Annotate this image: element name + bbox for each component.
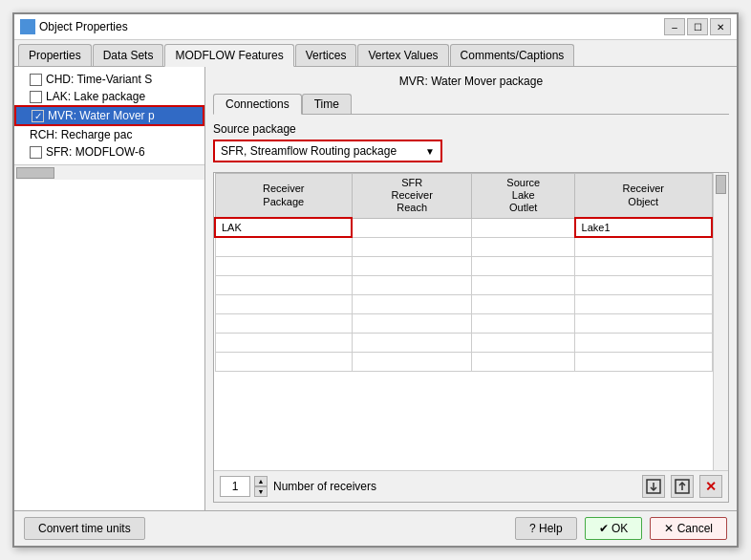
scrollbar-thumb [16,167,54,179]
num-receivers-input[interactable] [220,476,250,497]
cell-receiver-object[interactable]: Lake1 [575,218,712,237]
inner-tab-time[interactable]: Time [302,94,352,114]
delete-row-button[interactable]: ✕ [699,475,722,498]
panel-title: MVR: Water Mover package [213,75,729,88]
sfr-checkbox[interactable] [30,146,42,159]
receivers-label: Number of receivers [273,480,636,493]
cell-receiver-package[interactable]: LAK [215,218,352,237]
left-panel: CHD: Time-Variant S LAK: Lake package MV… [14,67,205,164]
empty-row-5 [215,313,712,333]
connections-table: ReceiverPackage SFRReceiverReach SourceL… [213,172,729,503]
cancel-label: ✕ Cancel [664,522,713,535]
table-bottom-controls: ▲ ▼ Number of receivers [214,470,728,502]
help-label: ? Help [529,522,563,535]
spinner-up-button[interactable]: ▲ [254,476,268,486]
tab-vertices[interactable]: Vertices [295,44,357,66]
title-bar: Object Properties – ☐ ✕ [14,14,737,40]
ok-label: ✔ OK [599,522,629,535]
empty-row-4 [215,294,712,313]
scrollbar-thumb-v [716,175,726,194]
mvr-label: MVR: Water Mover p [48,109,155,122]
lak-checkbox[interactable] [30,91,42,103]
main-window: Object Properties – ☐ ✕ Properties Data … [12,12,739,548]
left-panel-wrapper: CHD: Time-Variant S LAK: Lake package MV… [14,67,205,510]
col-sfr-receiver-reach: SFRReceiverReach [352,174,472,219]
bottom-bar: Convert time units ? Help ✔ OK ✕ Cancel [14,510,737,546]
import-rows-button[interactable] [642,475,665,498]
empty-row-7 [215,352,712,371]
dropdown-value: SFR, Streamflow Routing package [221,144,397,158]
inner-tab-bar: Connections Time [213,94,729,115]
sfr-label: SFR: MODFLOW-6 [46,145,145,159]
cancel-button[interactable]: ✕ Cancel [650,517,727,540]
chd-checkbox[interactable] [30,74,42,86]
mvr-checkbox[interactable] [32,110,44,122]
window-controls: – ☐ ✕ [664,18,731,35]
tab-properties[interactable]: Properties [18,44,92,66]
table-scroll-area[interactable]: ReceiverPackage SFRReceiverReach SourceL… [214,173,713,470]
empty-row-2 [215,256,712,275]
import-icon [646,479,661,494]
convert-time-units-button[interactable]: Convert time units [24,517,145,540]
spinner-down-button[interactable]: ▼ [254,486,268,497]
tab-vertex-values[interactable]: Vertex Values [357,44,448,66]
help-button[interactable]: ? Help [515,517,577,540]
empty-row-1 [215,237,712,256]
window-icon [20,19,35,34]
empty-row-6 [215,333,712,352]
col-receiver-object: ReceiverObject [575,174,712,219]
tab-comments-captions[interactable]: Comments/Captions [450,44,575,66]
cell-sfr-receiver-reach[interactable] [352,218,472,237]
tree-item-lak[interactable]: LAK: Lake package [14,88,204,105]
inner-tab-connections[interactable]: Connections [213,94,302,115]
col-source-lake-outlet: SourceLakeOutlet [472,174,575,219]
lak-label: LAK: Lake package [46,90,145,103]
cell-source-lake-outlet[interactable] [472,218,575,237]
window-title: Object Properties [39,20,660,33]
chd-label: CHD: Time-Variant S [46,73,152,86]
close-button[interactable]: ✕ [710,18,731,35]
tab-data-sets[interactable]: Data Sets [93,44,164,66]
tree-item-sfr[interactable]: SFR: MODFLOW-6 [14,143,204,161]
main-tab-bar: Properties Data Sets MODFLOW Features Ve… [14,40,737,67]
rch-label: RCH: Recharge pac [30,128,132,141]
left-panel-scrollbar[interactable] [14,164,204,180]
spinner-buttons: ▲ ▼ [254,476,268,497]
tree-item-rch[interactable]: RCH: Recharge pac [14,126,204,143]
tree-item-chd[interactable]: CHD: Time-Variant S [14,71,204,88]
col-receiver-package: ReceiverPackage [215,174,352,219]
source-package-label: Source package [213,122,729,136]
source-package-dropdown[interactable]: SFR, Streamflow Routing package ▼ [213,140,442,162]
tab-modflow-features[interactable]: MODFLOW Features [164,44,293,67]
source-package-row: SFR, Streamflow Routing package ▼ [213,140,729,162]
maximize-button[interactable]: ☐ [687,18,708,35]
dropdown-arrow-icon: ▼ [425,146,435,157]
table-header-row: ReceiverPackage SFRReceiverReach SourceL… [215,174,712,219]
ok-button[interactable]: ✔ OK [585,517,643,540]
vertical-scrollbar[interactable] [713,173,728,470]
minimize-button[interactable]: – [664,18,685,35]
connections-data-table: ReceiverPackage SFRReceiverReach SourceL… [214,173,713,372]
convert-time-units-label: Convert time units [38,522,131,535]
content-area: CHD: Time-Variant S LAK: Lake package MV… [14,67,737,510]
export-rows-button[interactable] [671,475,694,498]
tree-item-mvr[interactable]: MVR: Water Mover p [14,105,204,126]
empty-row-3 [215,275,712,294]
right-panel: MVR: Water Mover package Connections Tim… [205,67,737,510]
table-row: LAK Lake1 [215,218,712,237]
export-icon [675,479,690,494]
